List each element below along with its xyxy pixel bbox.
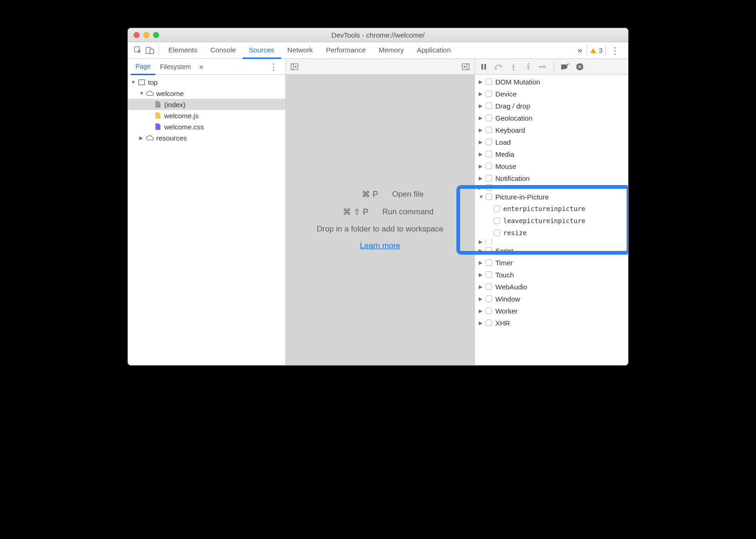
bp-event-leavepictureinpicture[interactable]: leavepictureinpicture [475, 215, 628, 227]
css-file-icon [154, 123, 162, 131]
show-debugger-icon[interactable] [461, 62, 471, 72]
checkbox[interactable] [486, 90, 492, 97]
bp-category-dom-mutation[interactable]: ▶DOM Mutation [475, 76, 628, 88]
bp-event-resize[interactable]: resize [475, 227, 628, 239]
tree-node-welcomejs[interactable]: welcome.js [128, 110, 285, 121]
checkbox[interactable] [486, 163, 492, 169]
bp-label: Geolocation [495, 114, 532, 122]
checkbox[interactable] [486, 78, 492, 85]
tab-application[interactable]: Application [410, 42, 457, 58]
bp-category-geolocation[interactable]: ▶Geolocation [475, 112, 628, 124]
bp-label: Script [495, 247, 513, 255]
bp-category-webaudio[interactable]: ▶WebAudio [475, 281, 628, 293]
bp-category-worker[interactable]: ▶Worker [475, 305, 628, 317]
checkbox[interactable] [486, 320, 492, 326]
step-icon[interactable] [538, 62, 548, 72]
navigator-pane: Page Filesystem » ⋮ ▼ top ▼ welcome [128, 59, 286, 365]
collapse-arrow-icon: ▶ [479, 163, 484, 169]
bp-category-notification[interactable]: ▶Notification [475, 172, 628, 184]
navigator-tab-page[interactable]: Page [131, 59, 155, 75]
checkbox[interactable] [486, 271, 492, 278]
checkbox[interactable] [486, 103, 492, 109]
inspect-element-icon[interactable] [132, 45, 144, 57]
bp-label: Load [495, 138, 511, 146]
bp-label: WebAudio [495, 283, 527, 291]
checkbox[interactable] [493, 230, 500, 236]
checkbox[interactable] [486, 283, 492, 290]
collapse-arrow-icon: ▶ [479, 296, 484, 302]
device-toggle-icon[interactable] [144, 45, 156, 57]
more-tabs-button[interactable]: » [573, 45, 587, 55]
checkbox[interactable] [486, 259, 492, 266]
settings-menu-button[interactable]: ⋮ [606, 45, 624, 56]
step-out-icon[interactable] [523, 62, 533, 72]
checkbox[interactable] [486, 295, 492, 302]
checkbox[interactable] [486, 127, 492, 133]
bp-label: Picture-in-Picture [495, 193, 549, 201]
bp-label: Media [495, 150, 514, 158]
navigator-tab-filesystem[interactable]: Filesystem [155, 59, 196, 74]
step-over-icon[interactable] [493, 62, 504, 72]
bp-category-window[interactable]: ▶Window [475, 293, 628, 305]
show-navigator-icon[interactable] [289, 62, 300, 72]
bp-label: XHR [495, 319, 510, 327]
checkbox[interactable] [486, 184, 492, 191]
bp-category-keyboard[interactable]: ▶Keyboard [475, 124, 628, 136]
checkbox[interactable] [486, 175, 492, 181]
checkbox[interactable] [486, 308, 492, 314]
checkbox[interactable] [486, 239, 492, 244]
tree-node-index[interactable]: (index) [128, 99, 285, 110]
checkbox[interactable] [493, 218, 500, 224]
document-icon [154, 101, 162, 109]
window-title: DevTools - chrome://welcome/ [128, 31, 628, 39]
checkbox[interactable] [486, 247, 492, 254]
tab-elements[interactable]: Elements [162, 42, 204, 58]
tab-console[interactable]: Console [204, 42, 243, 58]
tree-node-welcome[interactable]: ▼ welcome [128, 88, 285, 99]
checkbox[interactable] [486, 193, 492, 200]
svg-rect-9 [485, 64, 487, 70]
checkbox[interactable] [486, 151, 492, 157]
tree-node-resources[interactable]: ▶ resources [128, 132, 285, 143]
bp-category-timer[interactable]: ▶Timer [475, 257, 628, 269]
pause-icon[interactable] [479, 62, 489, 72]
tree-node-top[interactable]: ▼ top [128, 77, 285, 88]
step-into-icon[interactable] [508, 62, 519, 72]
tab-network[interactable]: Network [281, 42, 320, 58]
deactivate-breakpoints-icon[interactable] [560, 62, 570, 72]
bp-category-mouse[interactable]: ▶Mouse [475, 160, 628, 172]
bp-category-media[interactable]: ▶Media [475, 148, 628, 160]
bp-category-picture-in-picture[interactable]: ▼Picture-in-Picture [475, 191, 628, 203]
bp-category-script[interactable]: ▶Script [475, 244, 628, 257]
bp-label: DOM Mutation [495, 78, 540, 86]
tab-sources[interactable]: Sources [243, 42, 281, 59]
navigator-menu-button[interactable]: ⋮ [265, 62, 282, 72]
checkbox[interactable] [493, 205, 500, 212]
bp-label: Drag / drop [495, 102, 530, 110]
bp-category-xhr[interactable]: ▶XHR [475, 317, 628, 329]
collapse-arrow-icon: ▶ [479, 103, 484, 109]
titlebar: DevTools - chrome://welcome/ [128, 28, 628, 42]
bp-category-obscured[interactable]: ▶ [475, 239, 628, 244]
svg-point-12 [527, 63, 529, 65]
tree-label: (index) [164, 101, 186, 109]
bp-category-load[interactable]: ▶Load [475, 136, 628, 148]
warnings-button[interactable]: 3 [587, 45, 606, 56]
tree-node-welcomecss[interactable]: welcome.css [128, 121, 285, 132]
bp-category-touch[interactable]: ▶Touch [475, 269, 628, 281]
bp-category-device[interactable]: ▶Device [475, 88, 628, 100]
pause-exceptions-icon[interactable] [575, 62, 585, 72]
bp-category-obscured[interactable]: ▶ [475, 184, 628, 191]
tab-memory[interactable]: Memory [372, 42, 410, 58]
learn-more-link[interactable]: Learn more [360, 241, 400, 250]
shortcut-key: ⌘ ⇧ P [327, 207, 368, 217]
navigator-more-tabs[interactable]: » [196, 63, 207, 71]
checkbox[interactable] [486, 139, 492, 145]
checkbox[interactable] [486, 115, 492, 121]
tree-label: welcome [156, 90, 184, 97]
bp-event-enterpictureinpicture[interactable]: enterpictureinpicture [475, 203, 628, 215]
svg-point-10 [495, 68, 497, 70]
collapse-arrow-icon: ▶ [479, 151, 484, 157]
bp-category-drag-drop[interactable]: ▶Drag / drop [475, 100, 628, 112]
tab-performance[interactable]: Performance [320, 42, 372, 58]
